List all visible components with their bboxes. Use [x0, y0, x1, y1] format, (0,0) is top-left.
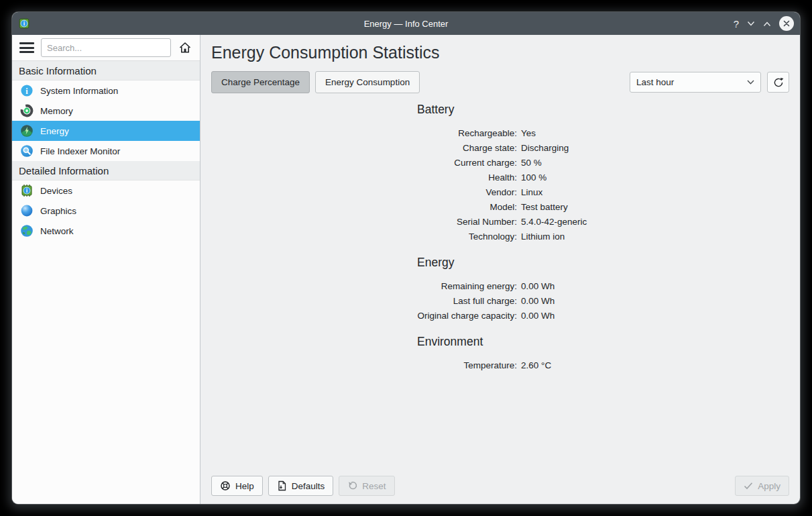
form-label: Original charge capacity: — [211, 311, 517, 321]
page-title: Energy Consumption Statistics — [211, 43, 789, 62]
titlebar[interactable]: i Energy — Info Center ? — [12, 12, 800, 35]
form-row: Last full charge: 0.00 Wh — [211, 293, 789, 308]
form-label: Remaining energy: — [211, 281, 517, 291]
reset-button[interactable]: Reset — [339, 476, 394, 496]
form-row: Technology: Lithium ion — [211, 229, 789, 244]
view-button-charge-percentage[interactable]: Charge Percentage — [211, 71, 310, 93]
sidebar-item-label: Devices — [40, 186, 72, 196]
form-label: Health: — [211, 172, 517, 183]
form-value: 0.00 Wh — [521, 281, 555, 291]
sidebar-item-label: Graphics — [40, 206, 76, 216]
info-center-window: i Energy — Info Center ? — [12, 12, 800, 504]
help-button[interactable]: Help — [211, 476, 263, 496]
help-icon — [220, 480, 231, 491]
sidebar-nav: Basic Information i System Information M… — [12, 61, 200, 504]
sidebar: Basic Information i System Information M… — [12, 35, 200, 504]
refresh-icon — [773, 77, 784, 88]
form-row: Charge state: Discharging — [211, 140, 789, 155]
checkmark-icon — [744, 482, 753, 490]
sidebar-search-row — [12, 35, 200, 61]
network-globe-icon — [20, 224, 34, 238]
form-value: 50 % — [521, 158, 542, 168]
graphics-sphere-icon — [20, 204, 34, 217]
form-row: Serial Number: 5.4.0-42-generic — [211, 214, 789, 229]
form-value: 2.60 °C — [521, 360, 551, 370]
sidebar-item-label: Network — [40, 226, 74, 236]
section-heading-energy: Energy — [417, 256, 789, 270]
refresh-button[interactable] — [767, 72, 789, 93]
form-value: 0.00 Wh — [521, 311, 555, 321]
form-label: Vendor: — [211, 187, 517, 197]
undo-reset-icon — [347, 481, 357, 491]
sidebar-item-graphics[interactable]: Graphics — [12, 201, 200, 221]
sidebar-section-detailed-information: Detailed Information — [12, 161, 200, 180]
form-label: Charge state: — [211, 143, 517, 153]
info-center-app-icon: i — [18, 17, 30, 30]
form-content: Battery Rechargeable: Yes Charge state: … — [211, 93, 789, 476]
form-row: Health: 100 % — [211, 170, 789, 185]
sidebar-item-energy[interactable]: Energy — [12, 121, 200, 141]
form-value: Yes — [521, 128, 536, 138]
footer-toolbar: Help Defaults Reset — [211, 476, 789, 496]
apply-button-label: Apply — [758, 481, 780, 491]
sidebar-section-basic-information: Basic Information — [12, 61, 200, 81]
minimize-button[interactable] — [747, 21, 755, 27]
sidebar-item-label: Energy — [40, 126, 69, 136]
search-input[interactable] — [41, 38, 171, 57]
sidebar-item-system-information[interactable]: i System Information — [12, 81, 200, 101]
view-buttons: Charge PercentageEnergy Consumption — [211, 71, 425, 93]
reset-button-label: Reset — [362, 481, 386, 491]
form-value: 100 % — [521, 172, 546, 183]
form-label: Rechargeable: — [211, 128, 517, 138]
file-indexer-icon — [20, 144, 34, 158]
maximize-button[interactable] — [763, 21, 771, 27]
section-heading-environment: Environment — [417, 335, 789, 349]
defaults-button[interactable]: Defaults — [268, 476, 334, 496]
form-label: Last full charge: — [211, 296, 517, 306]
view-toolbar: Charge PercentageEnergy Consumption Last… — [211, 71, 789, 93]
svg-text:i: i — [26, 187, 27, 194]
form-label: Model: — [211, 202, 517, 212]
form-label: Serial Number: — [211, 217, 517, 227]
form-row: Original charge capacity: 0.00 Wh — [211, 308, 789, 323]
form-row: Rechargeable: Yes — [211, 125, 789, 140]
period-select-value: Last hour — [636, 77, 674, 87]
period-select[interactable]: Last hour — [630, 72, 761, 93]
form-value: Test battery — [521, 202, 568, 212]
form-row: Remaining energy: 0.00 Wh — [211, 278, 789, 293]
view-button-energy-consumption[interactable]: Energy Consumption — [315, 71, 420, 93]
help-button-label: Help — [235, 481, 254, 491]
energy-icon — [20, 124, 34, 138]
sidebar-item-label: System Information — [40, 86, 118, 96]
sidebar-item-devices[interactable]: i Devices — [12, 180, 200, 201]
devices-chip-icon: i — [20, 184, 34, 197]
form-value: 5.4.0-42-generic — [521, 217, 587, 227]
form-label: Temperature: — [211, 360, 517, 370]
chevron-down-icon — [747, 80, 754, 85]
document-defaults-icon — [277, 480, 287, 491]
home-icon[interactable] — [177, 40, 193, 56]
titlebar-help-button[interactable]: ? — [734, 19, 739, 29]
form-row: Vendor: Linux — [211, 185, 789, 199]
form-value: Lithium ion — [521, 231, 565, 242]
section-heading-battery: Battery — [417, 103, 789, 117]
sidebar-item-network[interactable]: Network — [12, 221, 200, 241]
defaults-button-label: Defaults — [292, 481, 325, 491]
memory-icon — [20, 104, 34, 117]
close-button[interactable] — [779, 16, 794, 31]
form-label: Current charge: — [211, 158, 517, 168]
window-title: Energy — Info Center — [12, 19, 800, 29]
menu-icon[interactable] — [19, 42, 35, 54]
svg-text:i: i — [23, 20, 25, 27]
apply-button[interactable]: Apply — [735, 476, 789, 496]
form-value: Linux — [521, 187, 542, 197]
form-row: Current charge: 50 % — [211, 155, 789, 170]
form-row: Model: Test battery — [211, 199, 789, 214]
form-row: Temperature: 2.60 °C — [211, 358, 789, 372]
form-label: Technology: — [211, 231, 517, 242]
sidebar-item-label: Memory — [40, 106, 73, 116]
sidebar-item-memory[interactable]: Memory — [12, 101, 200, 121]
form-value: Discharging — [521, 143, 569, 153]
sidebar-item-file-indexer-monitor[interactable]: File Indexer Monitor — [12, 141, 200, 161]
sidebar-item-label: File Indexer Monitor — [40, 146, 120, 156]
